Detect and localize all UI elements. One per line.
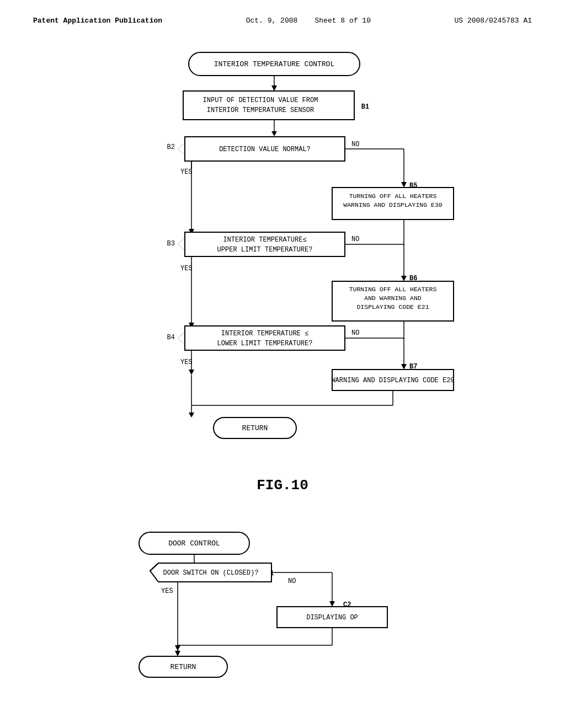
b4-label: B4 — [167, 334, 175, 341]
fig10-flowchart: INTERIOR TEMPERATURE CONTROL INPUT OF DE… — [33, 47, 532, 516]
b3-line2: UPPER LIMIT TEMPERATURE? — [217, 246, 313, 254]
b4-line1: INTERIOR TEMPERATURE ≤ — [221, 330, 308, 338]
date-label: Oct. 9, 2008 — [246, 17, 298, 25]
b1-line2: INTERIOR TEMPERATURE SENSOR — [207, 106, 314, 114]
sheet-label: Sheet 8 of 10 — [315, 17, 371, 25]
svg-marker-56 — [175, 651, 180, 656]
b2-no-label: NO — [351, 141, 359, 148]
fig11-return-label: RETURN — [170, 663, 196, 671]
b1-label: B1 — [361, 103, 369, 111]
fig10-return-label: RETURN — [242, 424, 268, 432]
svg-marker-11 — [401, 182, 407, 188]
b7-text: WARNING AND DISPLAYING CODE E20 — [331, 377, 454, 384]
fig11-svg: DOOR CONTROL C1 NO DOOR SWITCH ON (CLOSE… — [95, 527, 470, 725]
b4-yes-label: YES — [180, 358, 193, 366]
fig10-start-label: INTERIOR TEMPERATURE CONTROL — [214, 60, 334, 68]
fig10-title: FIG.10 — [257, 477, 308, 494]
c1-no-label: NO — [288, 577, 296, 585]
svg-marker-32 — [189, 370, 194, 375]
page-header: Patent Application Publication Oct. 9, 2… — [33, 17, 532, 25]
fig10-svg: INTERIOR TEMPERATURE CONTROL INPUT OF DE… — [95, 47, 470, 466]
fig11-start-label: DOOR CONTROL — [168, 539, 220, 548]
svg-marker-7 — [178, 143, 185, 155]
svg-marker-17 — [178, 238, 185, 250]
svg-marker-38 — [189, 413, 194, 417]
c1-text: DOOR SWITCH ON (CLOSED)? — [163, 569, 259, 577]
svg-rect-3 — [183, 91, 354, 120]
b6-line2: AND WARNING AND — [364, 295, 422, 302]
svg-marker-2 — [271, 85, 277, 91]
b6-line3: DISPLAYING CODE E21 — [356, 303, 429, 311]
c2-text: DISPLAYING OP — [306, 614, 358, 622]
b3-label: B3 — [167, 240, 175, 248]
publication-label: Patent Application Publication — [33, 17, 162, 25]
b2-label: B2 — [167, 143, 175, 151]
b1-line1: INPUT OF DETECTION VALUE FROM — [203, 97, 318, 104]
c1-yes-label: YES — [161, 587, 173, 595]
date-sheet-label: Oct. 9, 2008 Sheet 8 of 10 — [246, 17, 371, 25]
svg-marker-30 — [401, 364, 407, 370]
b3-line1: INTERIOR TEMPERATURE≤ — [223, 236, 306, 244]
b3-yes-label: YES — [180, 265, 193, 272]
b2-text: DETECTION VALUE NORMAL? — [219, 146, 311, 153]
b5-line1: TURNING OFF ALL HEATERS — [349, 192, 437, 200]
svg-marker-21 — [401, 276, 407, 281]
patent-number-label: US 2008/0245783 A1 — [455, 17, 532, 25]
fig11-flowchart: DOOR CONTROL C1 NO DOOR SWITCH ON (CLOSE… — [33, 527, 532, 728]
b6-line1: TURNING OFF ALL HEATERS — [349, 286, 437, 293]
b2-yes-label: YES — [180, 168, 193, 176]
b4-line2: LOWER LIMIT TEMPERATURE? — [217, 340, 313, 347]
b3-no-label: NO — [351, 235, 359, 243]
b5-line2: WARNING AND DISPLAYING E30 — [343, 201, 443, 208]
svg-marker-5 — [271, 131, 277, 136]
b4-no-label: NO — [351, 329, 359, 337]
svg-marker-49 — [329, 601, 335, 607]
page: Patent Application Publication Oct. 9, 2… — [0, 0, 565, 728]
svg-marker-26 — [178, 332, 185, 344]
